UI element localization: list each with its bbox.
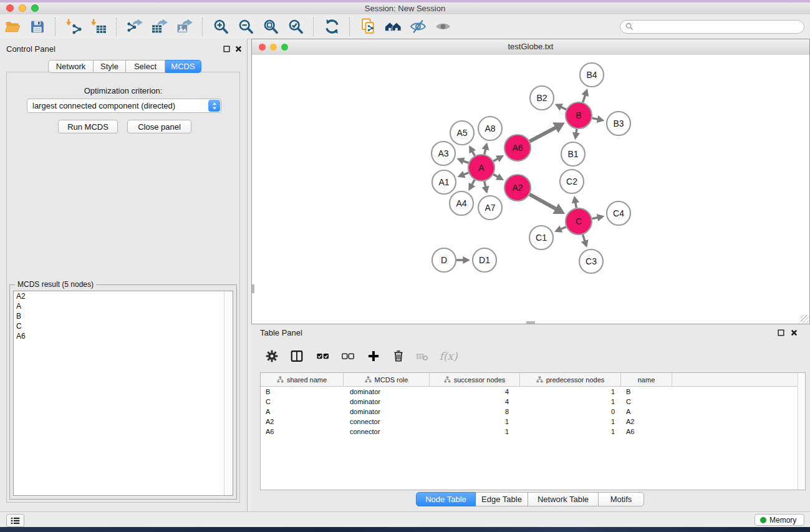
save-session-button[interactable] [25,17,50,37]
tab-network[interactable]: Network [48,60,94,73]
cell-shared-name[interactable]: A6 [261,428,344,435]
mcds-result-list[interactable]: A2 A B C A6 [13,291,233,496]
export-table-button[interactable] [147,17,172,37]
graph-node-label: C2 [566,177,577,186]
open-session-button[interactable] [0,17,25,37]
run-mcds-button[interactable]: Run MCDS [58,120,118,133]
cell-shared-name[interactable]: A [261,408,344,415]
show-panels-button[interactable] [430,17,455,37]
cell-name[interactable]: A [621,408,672,415]
cell-successor-nodes[interactable]: 1 [430,428,520,435]
zoom-fit-button[interactable] [258,17,283,37]
cell-name[interactable]: A6 [621,428,672,435]
horizontal-scroll-thumb[interactable] [526,321,535,324]
memory-button[interactable]: Memory [755,514,804,526]
table-row[interactable]: A6 connector 1 1 A6 [261,427,805,437]
close-panel-button[interactable]: Close panel [127,120,191,133]
cell-successor-nodes[interactable]: 4 [430,388,520,395]
resize-grip[interactable] [801,315,809,323]
graph-node-label: A4 [456,198,466,208]
graph-edge[interactable] [529,127,556,142]
hide-panels-button[interactable] [405,17,430,37]
export-image-button[interactable] [172,17,197,37]
vertical-scroll-thumb[interactable] [252,284,254,293]
cell-mcds-role[interactable]: dominator [344,398,430,405]
tab-network-table[interactable]: Network Table [528,492,599,506]
cell-predecessor-nodes[interactable]: 0 [520,408,621,415]
cell-mcds-role[interactable]: dominator [344,388,430,395]
show-task-history-button[interactable] [6,514,24,527]
export-image-icon [177,19,192,32]
column-header-mcds-role[interactable]: MCDS role [344,373,430,386]
float-table-panel-icon[interactable] [777,328,785,336]
tab-node-table[interactable]: Node Table [416,492,476,506]
table-options-button[interactable] [264,348,280,364]
cell-name[interactable]: C [621,398,672,405]
tab-select[interactable]: Select [126,60,165,73]
column-header-predecessor-nodes[interactable]: predecessor nodes [520,373,621,386]
cell-successor-nodes[interactable]: 1 [430,418,520,425]
tab-motifs[interactable]: Motifs [599,492,644,506]
graph-edge[interactable] [529,195,557,210]
table-scrollbar[interactable] [798,373,805,490]
optimization-criterion-select[interactable]: largest connected component (directed) [27,99,221,113]
cell-mcds-role[interactable]: connector [344,428,430,435]
cell-successor-nodes[interactable]: 4 [430,398,520,405]
delete-columns-button[interactable] [390,348,407,364]
search-input[interactable] [637,22,804,32]
cyndex-home-button[interactable] [380,17,405,37]
cell-mcds-role[interactable]: dominator [344,408,430,415]
cell-mcds-role[interactable]: connector [344,418,430,425]
import-table-button[interactable] [86,17,111,37]
cell-name[interactable]: B [621,388,672,395]
column-header-successor-nodes[interactable]: successor nodes [430,373,520,386]
zoom-out-button[interactable] [233,17,258,37]
toolbar-separator [116,17,117,36]
table-row[interactable]: A dominator 8 0 A [261,407,805,417]
cell-shared-name[interactable]: A2 [261,418,344,425]
memory-label: Memory [769,516,796,525]
refresh-layout-button[interactable] [319,17,344,37]
table-row[interactable]: A2 connector 1 1 A2 [261,417,805,427]
zoom-in-button[interactable] [208,17,233,37]
column-header-name[interactable]: name [621,373,672,386]
float-panel-icon[interactable] [223,44,231,52]
cell-predecessor-nodes[interactable]: 1 [520,428,621,435]
list-item[interactable]: B [14,311,233,321]
cell-name[interactable]: A2 [621,418,672,425]
network-window-titlebar[interactable]: testGlobe.txt [252,39,809,56]
export-network-button[interactable] [122,17,147,37]
graph-node-label: B4 [586,70,597,80]
search-field[interactable] [620,20,804,34]
cell-predecessor-nodes[interactable]: 1 [520,388,621,395]
column-header-shared-name[interactable]: shared name [261,373,344,386]
tab-edge-table[interactable]: Edge Table [476,492,528,506]
show-column-panel-button[interactable] [289,348,305,364]
cell-successor-nodes[interactable]: 8 [430,408,520,415]
memory-status-icon [760,517,766,523]
table-row[interactable]: B dominator 4 1 B [261,387,805,397]
list-item[interactable]: A2 [14,291,233,301]
graph-edge[interactable] [583,94,586,102]
table-row[interactable]: C dominator 4 1 C [261,397,805,407]
list-scrollbar[interactable] [224,291,233,495]
close-table-panel-icon[interactable] [790,328,798,336]
cell-shared-name[interactable]: B [261,388,344,395]
tab-mcds[interactable]: MCDS [165,60,201,73]
zoom-selected-button[interactable] [283,17,308,37]
network-canvas[interactable]: B4B2BB3A8A5A6A3B1AA1C2A2A4A7C4CC1DD1C3 [252,55,809,324]
cell-predecessor-nodes[interactable]: 1 [520,398,621,405]
deselect-all-columns-button[interactable] [340,348,356,364]
copy-network-to-clipboard-button[interactable] [355,17,380,37]
network-graph[interactable]: B4B2BB3A8A5A6A3B1AA1C2A2A4A7C4CC1DD1C3 [252,55,809,324]
list-item[interactable]: C [14,321,233,331]
cell-shared-name[interactable]: C [261,398,344,405]
list-item[interactable]: A6 [14,331,233,341]
select-all-columns-button[interactable] [315,348,331,364]
create-column-button[interactable] [365,348,382,364]
cell-predecessor-nodes[interactable]: 1 [520,418,621,425]
list-item[interactable]: A [14,301,233,311]
import-network-button[interactable] [61,17,86,37]
tab-style[interactable]: Style [94,60,126,73]
close-panel-icon[interactable] [234,44,243,52]
